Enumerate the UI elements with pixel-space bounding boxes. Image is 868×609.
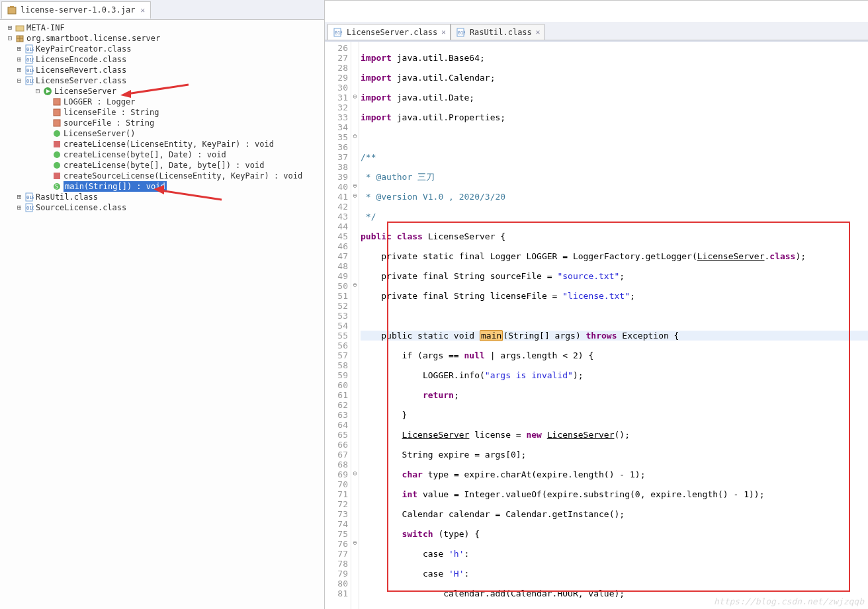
- method-public-icon: [52, 128, 62, 139]
- svg-point-21: [54, 151, 60, 158]
- line-number-gutter: 2627282930313233343536373839404142434445…: [325, 42, 351, 609]
- svg-rect-16: [54, 99, 60, 105]
- tree-method[interactable]: createLicense(byte[], Date, byte[]) : vo…: [5, 160, 324, 171]
- tree-field[interactable]: licenseFile : String: [5, 107, 324, 118]
- tree-method[interactable]: createLicense(LicenseEntity, KeyPair) : …: [5, 139, 324, 149]
- tree-main-method[interactable]: S main(String[]) : void: [5, 181, 324, 192]
- svg-rect-23: [54, 173, 60, 179]
- method-static-icon: S: [52, 181, 62, 192]
- field-icon: [52, 118, 62, 128]
- watermark: https://blog.csdn.net/zwjzqqb: [714, 596, 864, 606]
- class-file-icon: 010: [24, 54, 34, 65]
- svg-rect-1: [10, 6, 14, 8]
- fold-column: [351, 42, 359, 609]
- class-file-icon: 010: [455, 27, 466, 38]
- svg-text:010: 010: [26, 58, 34, 63]
- class-file-icon: 010: [24, 202, 34, 213]
- field-icon: [52, 107, 62, 118]
- code-editor[interactable]: 2627282930313233343536373839404142434445…: [325, 40, 868, 609]
- svg-point-22: [54, 162, 60, 169]
- close-icon[interactable]: ✕: [441, 28, 446, 36]
- class-file-icon: 010: [24, 192, 34, 202]
- class-file-icon: 010: [24, 75, 34, 86]
- svg-rect-18: [54, 120, 60, 126]
- editor-panel: 010 LicenseServer.class ✕ 010 RasUtil.cl…: [325, 0, 868, 609]
- method-private-icon: [52, 139, 62, 149]
- svg-rect-17: [54, 109, 60, 116]
- run-class-icon: [42, 86, 53, 97]
- svg-text:010: 010: [458, 30, 465, 36]
- svg-point-19: [54, 130, 60, 137]
- editor-tab-bar: 010 LicenseServer.class ✕ 010 RasUtil.cl…: [325, 22, 868, 40]
- tree-license-server-class[interactable]: 010 LicenseServer.class: [5, 75, 324, 86]
- svg-text:010: 010: [26, 79, 34, 84]
- left-tab-bar: license-server-1.0.3.jar ✕: [0, 0, 324, 20]
- method-public-icon: [52, 160, 62, 171]
- tree-item[interactable]: 010 LicenseRevert.class: [5, 65, 324, 75]
- tree-field[interactable]: LOGGER : Logger: [5, 97, 324, 107]
- tree-method[interactable]: createLicense(byte[], Date) : void: [5, 149, 324, 160]
- tree-class-type[interactable]: LicenseServer: [5, 86, 324, 97]
- jar-icon: [7, 5, 17, 15]
- close-icon[interactable]: ✕: [140, 6, 145, 15]
- tab-license-server[interactable]: 010 LicenseServer.class ✕: [327, 24, 451, 40]
- tree-field[interactable]: sourceFile : String: [5, 118, 324, 128]
- svg-rect-0: [8, 7, 16, 14]
- svg-text:010: 010: [26, 195, 34, 200]
- svg-rect-20: [54, 141, 60, 147]
- tree-item[interactable]: 010 LicenseEncode.class: [5, 54, 324, 65]
- tree-method[interactable]: createSourceLicense(LicenseEntity, KeyPa…: [5, 171, 324, 181]
- selected-method-label: main(String[]) : void: [64, 181, 167, 192]
- jar-tab-label: license-server-1.0.3.jar: [21, 5, 135, 15]
- static-field-icon: [52, 97, 62, 107]
- tree-item[interactable]: 010 RasUtil.class: [5, 192, 324, 202]
- code-area[interactable]: importimport java.util.Base64; java.util…: [359, 42, 868, 609]
- jar-tab[interactable]: license-server-1.0.3.jar ✕: [1, 1, 151, 19]
- tree: META-INF org.smartboot.license.server 01…: [0, 20, 324, 216]
- tree-package[interactable]: org.smartboot.license.server: [5, 33, 324, 44]
- tree-meta-inf[interactable]: META-INF: [5, 22, 324, 33]
- svg-text:010: 010: [26, 206, 34, 211]
- svg-text:010: 010: [26, 68, 34, 73]
- class-file-icon: 010: [332, 27, 343, 38]
- tree-item[interactable]: 010 SourceLicense.class: [5, 202, 324, 213]
- close-icon[interactable]: ✕: [536, 28, 541, 36]
- svg-text:S: S: [55, 184, 58, 190]
- tree-constructor[interactable]: LicenseServer(): [5, 128, 324, 139]
- tab-rasutil[interactable]: 010 RasUtil.class ✕: [451, 24, 545, 40]
- class-file-icon: 010: [24, 65, 34, 75]
- tree-item[interactable]: 010 KeyPairCreator.class: [5, 44, 324, 54]
- package-explorer: license-server-1.0.3.jar ✕ META-INF org.…: [0, 0, 325, 609]
- method-private-icon: [52, 171, 62, 181]
- method-public-icon: [52, 149, 62, 160]
- svg-text:010: 010: [335, 30, 342, 36]
- svg-text:010: 010: [26, 47, 34, 52]
- package-icon: [15, 33, 25, 44]
- folder-icon: [15, 22, 25, 33]
- svg-rect-2: [16, 26, 24, 31]
- class-file-icon: 010: [24, 44, 34, 54]
